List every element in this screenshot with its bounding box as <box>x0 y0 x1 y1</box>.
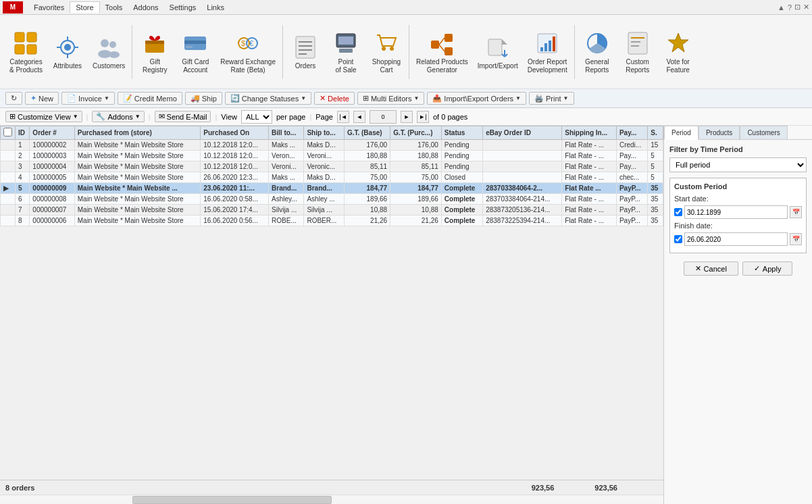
col-ebay[interactable]: eBay Order ID <box>483 126 562 140</box>
import-export-orders-btn[interactable]: 📤 Import\Export Orders ▼ <box>427 92 526 105</box>
row-order: 100000004 <box>30 161 74 172</box>
gt-purc-total: 923,56 <box>594 484 617 492</box>
toolbar-reward[interactable]: $€ Reward ExchangeRate (Beta) <box>216 22 280 82</box>
credit-memo-btn[interactable]: 📝 Credit Memo <box>118 92 182 105</box>
menu-store[interactable]: Store <box>70 1 99 13</box>
row-date: 10.12.2018 12:0... <box>201 140 269 151</box>
col-bill[interactable]: Bill to... <box>269 126 304 140</box>
close-icon[interactable]: ✕ <box>803 3 809 11</box>
select-all-checkbox[interactable] <box>3 128 12 136</box>
finish-date-checkbox[interactable] <box>674 235 682 243</box>
send-email-btn[interactable]: ✉ Send E-Mail <box>155 111 211 122</box>
col-date[interactable]: Purchased On <box>201 126 269 140</box>
restore-icon[interactable]: ⊡ <box>794 3 801 11</box>
toolbar-gift-card[interactable]: Gift CardAccount <box>176 22 215 82</box>
menu-settings[interactable]: Settings <box>164 2 202 13</box>
toolbar-label: Customers <box>93 62 125 70</box>
panel-buttons: ✕ Cancel ✓ Apply <box>669 257 807 280</box>
svg-point-31 <box>382 47 386 51</box>
ship-btn[interactable]: 🚚 Ship <box>185 92 222 105</box>
prev-page-btn[interactable]: ◄ <box>353 111 365 123</box>
addons-btn[interactable]: 🔧 Addons ▼ <box>92 111 144 122</box>
col-ship[interactable]: Ship to... <box>304 126 344 140</box>
delete-btn[interactable]: ✕ Delete <box>314 92 355 105</box>
tab-products[interactable]: Products <box>699 126 740 139</box>
first-page-btn[interactable]: |◄ <box>337 111 349 123</box>
help-icon[interactable]: ? <box>788 3 792 11</box>
table-row[interactable]: 3 100000004 Main Website * Main Website … <box>1 161 663 172</box>
cancel-btn[interactable]: ✕ Cancel <box>684 261 738 276</box>
col-shipping[interactable]: Shipping In... <box>562 126 617 140</box>
col-order[interactable]: Order # <box>30 126 74 140</box>
row-order: 100000005 <box>30 172 74 183</box>
toolbar-related-products[interactable]: Related ProductsGenerator <box>412 22 472 82</box>
finish-date-calendar-btn[interactable]: 📅 <box>790 233 802 245</box>
start-date-checkbox[interactable] <box>674 208 682 216</box>
table-row[interactable]: 6 000000008 Main Website * Main Website … <box>1 194 663 205</box>
start-date-input[interactable] <box>684 205 788 219</box>
col-store[interactable]: Purchased from (store) <box>74 126 201 140</box>
row-ebay: 283703384064-214... <box>483 194 562 205</box>
row-status: Pending <box>441 161 482 172</box>
table-row[interactable]: 4 100000005 Main Website * Main Website … <box>1 172 663 183</box>
page-label: Page <box>315 113 333 121</box>
row-bill: Ashley... <box>269 194 304 205</box>
finish-date-input[interactable] <box>684 232 788 246</box>
toolbar-pos[interactable]: Pointof Sale <box>326 22 365 82</box>
toolbar-vote-feature[interactable]: Vote forFeature <box>659 22 698 82</box>
toolbar-customers[interactable]: Customers <box>88 22 129 82</box>
toolbar-orders[interactable]: Orders <box>286 22 325 82</box>
multi-editors-btn[interactable]: ⊞ Multi Editors ▼ <box>357 92 424 105</box>
row-status: Closed <box>441 172 482 183</box>
apply-btn[interactable]: ✓ Apply <box>742 261 793 276</box>
col-s[interactable]: S. <box>648 126 663 140</box>
next-page-btn[interactable]: ► <box>401 111 413 123</box>
toolbar-gift-registry[interactable]: GiftRegistry <box>135 22 174 82</box>
refresh-btn[interactable]: ↻ <box>5 92 22 105</box>
view-select[interactable]: ALL <box>241 110 272 124</box>
menu-addons[interactable]: Addons <box>128 2 163 13</box>
menu-links[interactable]: Links <box>201 2 230 13</box>
change-statuses-btn[interactable]: 🔄 Change Statuses ▼ <box>225 92 311 105</box>
toolbar-import-export[interactable]: Import/Export <box>474 22 522 82</box>
minimize-icon[interactable]: ▲ <box>778 3 785 11</box>
new-icon: ✦ <box>30 94 36 103</box>
menu-tools[interactable]: Tools <box>100 2 128 13</box>
toolbar-order-report[interactable]: Order ReportDevelopment <box>524 22 572 82</box>
menu-favorites[interactable]: Favorites <box>28 2 70 13</box>
toolbar-general-reports[interactable]: GeneralReports <box>578 22 617 82</box>
tab-period[interactable]: Period <box>664 126 699 140</box>
start-date-calendar-btn[interactable]: 📅 <box>790 206 802 218</box>
print-btn[interactable]: 🖨️ Print ▼ <box>529 92 574 105</box>
horizontal-scrollbar[interactable] <box>0 495 663 504</box>
col-pay[interactable]: Pay... <box>616 126 647 140</box>
last-page-btn[interactable]: ►| <box>417 111 429 123</box>
table-row[interactable]: 7 000000007 Main Website * Main Website … <box>1 205 663 216</box>
new-btn[interactable]: ✦ New <box>25 92 59 105</box>
col-gt-purc[interactable]: G.T. (Purc...) <box>390 126 442 140</box>
col-id[interactable]: ID <box>16 126 30 140</box>
new-label: New <box>39 95 53 103</box>
period-select[interactable]: Full period Today Last 7 days Last 30 da… <box>669 157 807 172</box>
toolbar-label: ShoppingCart <box>372 58 401 74</box>
table-row[interactable]: 8 000000006 Main Website * Main Website … <box>1 216 663 226</box>
svg-rect-17 <box>184 41 206 44</box>
row-order: 000000007 <box>30 205 74 216</box>
row-gt-purc: 21,26 <box>390 216 442 226</box>
toolbar-attributes[interactable]: Attributes <box>48 22 87 82</box>
table-row[interactable]: 2 100000003 Main Website * Main Website … <box>1 151 663 161</box>
credit-memo-icon: 📝 <box>123 94 132 103</box>
toolbar-custom-reports[interactable]: CustomReports <box>618 22 657 82</box>
page-input[interactable] <box>370 110 397 124</box>
tab-customers[interactable]: Customers <box>740 126 787 139</box>
row-id: 7 <box>16 205 30 216</box>
customize-view-btn[interactable]: ⊞ Customize View ▼ <box>5 111 82 122</box>
invoice-btn[interactable]: 📄 Invoice ▼ <box>61 92 115 105</box>
toolbar-categories-products[interactable]: Categories& Products <box>5 22 47 82</box>
table-row[interactable]: 1 100000002 Main Website * Main Website … <box>1 140 663 151</box>
col-status[interactable]: Status <box>441 126 482 140</box>
table-row[interactable]: ▶ 5 000000009 Main Website * Main Websit… <box>1 183 663 194</box>
scrollbar-thumb[interactable] <box>132 496 332 504</box>
col-gt-base[interactable]: G.T. (Base) <box>344 126 390 140</box>
toolbar-shopping-cart[interactable]: ShoppingCart <box>367 22 406 82</box>
